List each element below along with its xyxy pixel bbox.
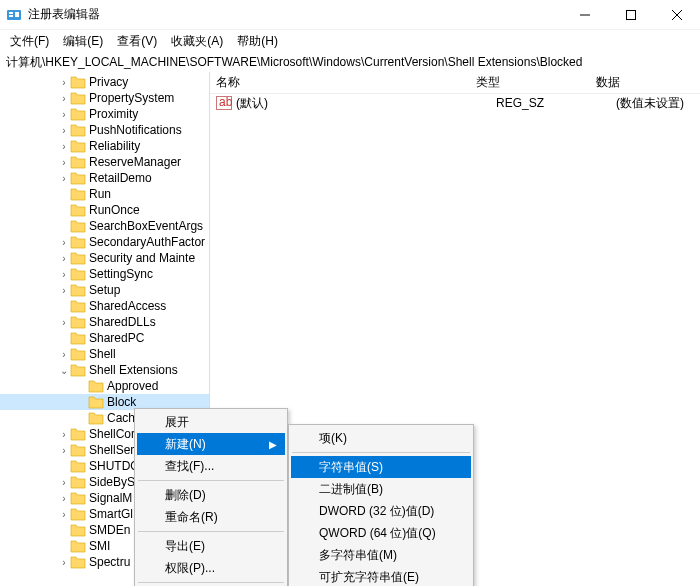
chevron-right-icon[interactable]: › bbox=[58, 349, 70, 360]
tree-item[interactable]: RunOnce bbox=[0, 202, 209, 218]
tree-item-label: SHUTDO bbox=[89, 459, 140, 473]
tree-item-label: RetailDemo bbox=[89, 171, 152, 185]
folder-icon bbox=[70, 171, 86, 185]
submenu-arrow-icon: ▶ bbox=[269, 439, 277, 450]
folder-icon bbox=[70, 427, 86, 441]
chevron-right-icon[interactable]: › bbox=[58, 141, 70, 152]
tree-item-label: PushNotifications bbox=[89, 123, 182, 137]
tree-item-label: Shell bbox=[89, 347, 116, 361]
chevron-right-icon[interactable]: › bbox=[58, 493, 70, 504]
tree-item[interactable]: ›Setup bbox=[0, 282, 209, 298]
tree-item[interactable]: ›Shell bbox=[0, 346, 209, 362]
menu-help[interactable]: 帮助(H) bbox=[237, 33, 278, 50]
menu-new-expand[interactable]: 可扩充字符串值(E) bbox=[291, 566, 471, 586]
menu-separator bbox=[138, 480, 284, 481]
folder-icon bbox=[70, 459, 86, 473]
chevron-right-icon[interactable]: › bbox=[58, 477, 70, 488]
menu-file[interactable]: 文件(F) bbox=[10, 33, 49, 50]
minimize-button[interactable] bbox=[562, 0, 608, 30]
chevron-right-icon[interactable]: › bbox=[58, 237, 70, 248]
tree-item[interactable]: SharedAccess bbox=[0, 298, 209, 314]
chevron-right-icon[interactable]: › bbox=[58, 93, 70, 104]
chevron-right-icon[interactable]: › bbox=[58, 285, 70, 296]
tree-item-label: SearchBoxEventArgs bbox=[89, 219, 203, 233]
tree-item-label: SharedAccess bbox=[89, 299, 166, 313]
menu-new-key[interactable]: 项(K) bbox=[291, 427, 471, 449]
tree-item[interactable]: ›SharedDLLs bbox=[0, 314, 209, 330]
maximize-button[interactable] bbox=[608, 0, 654, 30]
chevron-right-icon[interactable]: › bbox=[58, 445, 70, 456]
chevron-right-icon[interactable]: › bbox=[58, 317, 70, 328]
tree-item-label: Cach bbox=[107, 411, 135, 425]
tree-item[interactable]: ⌄Shell Extensions bbox=[0, 362, 209, 378]
menu-new-multi[interactable]: 多字符串值(M) bbox=[291, 544, 471, 566]
chevron-right-icon[interactable]: › bbox=[58, 109, 70, 120]
tree-item[interactable]: ›Proximity bbox=[0, 106, 209, 122]
tree-item[interactable]: SharedPC bbox=[0, 330, 209, 346]
chevron-right-icon[interactable]: › bbox=[58, 269, 70, 280]
tree-item[interactable]: ›PropertySystem bbox=[0, 90, 209, 106]
svg-rect-2 bbox=[9, 15, 13, 17]
tree-item-label: SMDEn bbox=[89, 523, 130, 537]
chevron-right-icon[interactable]: › bbox=[58, 157, 70, 168]
window-title: 注册表编辑器 bbox=[28, 6, 562, 23]
menu-rename[interactable]: 重命名(R) bbox=[137, 506, 285, 528]
menu-favorites[interactable]: 收藏夹(A) bbox=[171, 33, 223, 50]
tree-item[interactable]: ›SecondaryAuthFactor bbox=[0, 234, 209, 250]
menu-find[interactable]: 查找(F)... bbox=[137, 455, 285, 477]
chevron-down-icon[interactable]: ⌄ bbox=[58, 365, 70, 376]
menu-new-qword[interactable]: QWORD (64 位)值(Q) bbox=[291, 522, 471, 544]
chevron-right-icon[interactable]: › bbox=[58, 509, 70, 520]
tree-item[interactable]: ›SettingSync bbox=[0, 266, 209, 282]
folder-icon bbox=[70, 491, 86, 505]
folder-icon bbox=[88, 395, 104, 409]
tree-item-label: SecondaryAuthFactor bbox=[89, 235, 205, 249]
chevron-right-icon[interactable]: › bbox=[58, 429, 70, 440]
list-row[interactable]: ab (默认) REG_SZ (数值未设置) bbox=[210, 94, 700, 112]
folder-icon bbox=[70, 155, 86, 169]
chevron-right-icon[interactable]: › bbox=[58, 557, 70, 568]
folder-icon bbox=[88, 411, 104, 425]
menu-export[interactable]: 导出(E) bbox=[137, 535, 285, 557]
menu-new-dword[interactable]: DWORD (32 位)值(D) bbox=[291, 500, 471, 522]
menu-new-string[interactable]: 字符串值(S) bbox=[291, 456, 471, 478]
menu-expand[interactable]: 展开 bbox=[137, 411, 285, 433]
folder-icon bbox=[70, 75, 86, 89]
tree-item[interactable]: ›ReserveManager bbox=[0, 154, 209, 170]
tree-item-label: Approved bbox=[107, 379, 158, 393]
menu-view[interactable]: 查看(V) bbox=[117, 33, 157, 50]
close-button[interactable] bbox=[654, 0, 700, 30]
menu-delete[interactable]: 删除(D) bbox=[137, 484, 285, 506]
tree-item[interactable]: ›PushNotifications bbox=[0, 122, 209, 138]
folder-icon bbox=[70, 203, 86, 217]
chevron-right-icon[interactable]: › bbox=[58, 173, 70, 184]
tree-item-label: Block bbox=[107, 395, 136, 409]
menu-edit[interactable]: 编辑(E) bbox=[63, 33, 103, 50]
folder-icon bbox=[70, 267, 86, 281]
tree-item-label: Run bbox=[89, 187, 111, 201]
menu-permissions[interactable]: 权限(P)... bbox=[137, 557, 285, 579]
folder-icon bbox=[70, 219, 86, 233]
chevron-right-icon[interactable]: › bbox=[58, 253, 70, 264]
tree-item[interactable]: ›Reliability bbox=[0, 138, 209, 154]
chevron-right-icon[interactable]: › bbox=[58, 77, 70, 88]
chevron-right-icon[interactable]: › bbox=[58, 125, 70, 136]
folder-icon bbox=[70, 299, 86, 313]
menu-new-binary[interactable]: 二进制值(B) bbox=[291, 478, 471, 500]
col-type[interactable]: 类型 bbox=[476, 74, 596, 91]
tree-item-label: Spectru bbox=[89, 555, 130, 569]
col-name[interactable]: 名称 bbox=[216, 74, 476, 91]
address-bar[interactable]: 计算机\HKEY_LOCAL_MACHINE\SOFTWARE\Microsof… bbox=[0, 52, 700, 72]
tree-item[interactable]: ›Security and Mainte bbox=[0, 250, 209, 266]
tree-item[interactable]: Run bbox=[0, 186, 209, 202]
menu-new[interactable]: 新建(N)▶ bbox=[137, 433, 285, 455]
tree-item[interactable]: SearchBoxEventArgs bbox=[0, 218, 209, 234]
tree-item[interactable]: ›RetailDemo bbox=[0, 170, 209, 186]
menu-separator bbox=[292, 452, 470, 453]
tree-item[interactable]: Approved bbox=[0, 378, 209, 394]
tree-item[interactable]: ›Privacy bbox=[0, 74, 209, 90]
window-controls bbox=[562, 0, 700, 30]
folder-icon bbox=[70, 331, 86, 345]
folder-icon bbox=[70, 507, 86, 521]
col-data[interactable]: 数据 bbox=[596, 74, 700, 91]
